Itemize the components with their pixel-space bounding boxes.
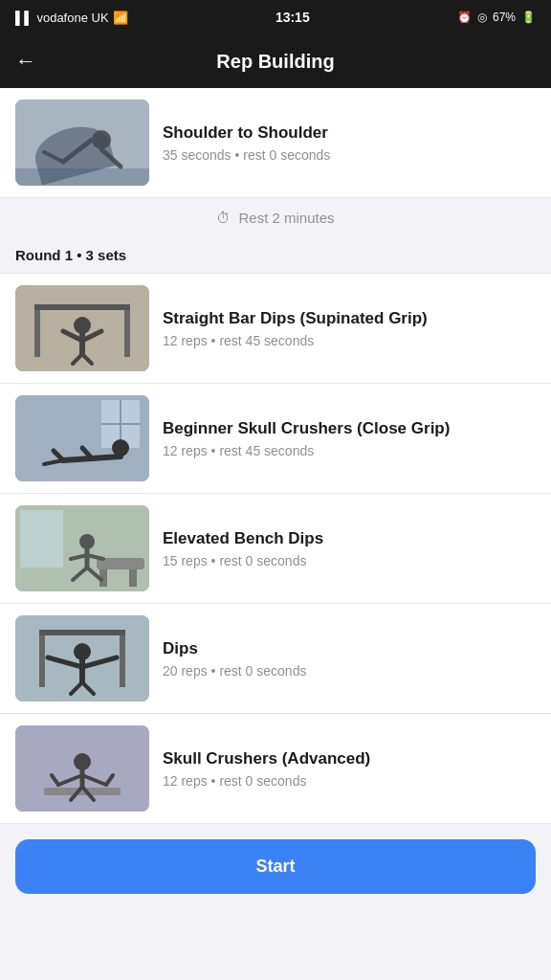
exercise-meta: 15 reps • rest 0 seconds [163, 553, 536, 568]
exercise-name: Skull Crushers (Advanced) [163, 748, 536, 769]
svg-point-48 [74, 753, 91, 770]
back-button[interactable]: ← [15, 51, 36, 72]
exercise-meta: 12 reps • rest 45 seconds [163, 443, 536, 458]
exercise-name: Beginner Skull Crushers (Close Grip) [163, 418, 536, 439]
exercise-thumbnail [15, 285, 149, 371]
battery-label: 67% [493, 11, 516, 24]
wifi-icon: 📶 [113, 11, 128, 25]
exercise-image [15, 725, 149, 812]
svg-rect-39 [39, 630, 125, 635]
exercise-image [15, 395, 149, 481]
exercise-image [15, 615, 149, 702]
exercise-info: Elevated Bench Dips 15 reps • rest 0 sec… [163, 528, 536, 568]
carrier-label: vodafone UK [36, 11, 108, 25]
page-title: Rep Building [48, 51, 503, 73]
svg-rect-9 [34, 304, 130, 310]
list-item[interactable]: Shoulder to Shoulder 35 seconds • rest 0… [0, 88, 551, 198]
svg-point-2 [92, 130, 111, 149]
exercise-thumbnail [15, 725, 149, 812]
list-item[interactable]: Dips 20 reps • rest 0 seconds [0, 604, 551, 714]
exercise-thumbnail [15, 100, 149, 186]
exercise-info: Skull Crushers (Advanced) 12 reps • rest… [163, 748, 536, 789]
list-item[interactable]: Beginner Skull Crushers (Close Grip) 12 … [0, 384, 551, 494]
svg-rect-1 [15, 168, 149, 186]
exercise-thumbnail [15, 505, 149, 591]
svg-rect-37 [39, 630, 45, 687]
round-label: Round 1 • 3 sets [15, 247, 126, 263]
list-item[interactable]: Elevated Bench Dips 15 reps • rest 0 sec… [0, 494, 551, 604]
list-item[interactable]: Straight Bar Dips (Supinated Grip) 12 re… [0, 274, 551, 384]
exercise-image [15, 100, 149, 186]
exercise-name: Elevated Bench Dips [163, 528, 536, 549]
exercise-meta: 12 reps • rest 0 seconds [163, 773, 536, 789]
start-button[interactable]: Start [15, 839, 536, 894]
exercise-meta: 35 seconds • rest 0 seconds [163, 147, 536, 163]
battery-icon: 🔋 [521, 11, 536, 24]
svg-rect-26 [20, 510, 63, 568]
exercise-thumbnail [15, 615, 149, 702]
exercise-info: Beginner Skull Crushers (Close Grip) 12 … [163, 418, 536, 458]
exercise-name: Shoulder to Shoulder [163, 122, 536, 144]
exercise-thumbnail [15, 395, 149, 481]
round-header: Round 1 • 3 sets [0, 237, 551, 274]
svg-line-5 [44, 152, 63, 162]
exercise-name: Straight Bar Dips (Supinated Grip) [163, 308, 536, 329]
location-icon: ◎ [477, 11, 487, 24]
exercise-info: Straight Bar Dips (Supinated Grip) 12 re… [163, 308, 536, 348]
svg-rect-8 [124, 304, 130, 357]
exercise-image [15, 285, 149, 371]
exercise-meta: 20 reps • rest 0 seconds [163, 663, 536, 679]
svg-rect-29 [129, 569, 137, 587]
svg-rect-7 [34, 304, 40, 357]
svg-line-3 [63, 140, 92, 162]
status-carrier: ▌▌ vodafone UK 📶 [15, 11, 128, 25]
alarm-icon: ⏰ [457, 11, 472, 24]
exercise-name: Dips [163, 638, 536, 659]
exercise-info: Shoulder to Shoulder 35 seconds • rest 0… [163, 122, 536, 163]
clock-icon: ⏱ [216, 210, 231, 226]
start-button-container: Start [0, 824, 551, 909]
status-time: 13:15 [276, 10, 310, 25]
exercise-image [15, 505, 149, 591]
signal-icon: ▌▌ [15, 11, 33, 25]
exercise-info: Dips 20 reps • rest 0 seconds [163, 638, 536, 679]
exercise-meta: 12 reps • rest 45 seconds [163, 333, 536, 348]
status-icons: ⏰ ◎ 67% 🔋 [457, 11, 536, 24]
status-bar: ▌▌ vodafone UK 📶 13:15 ⏰ ◎ 67% 🔋 [0, 0, 551, 34]
rest-banner: ⏱ Rest 2 minutes [0, 198, 551, 237]
rest-label: Rest 2 minutes [238, 210, 334, 226]
header: ← Rep Building [0, 34, 551, 88]
svg-rect-38 [120, 630, 125, 687]
list-item[interactable]: Skull Crushers (Advanced) 12 reps • rest… [0, 714, 551, 824]
